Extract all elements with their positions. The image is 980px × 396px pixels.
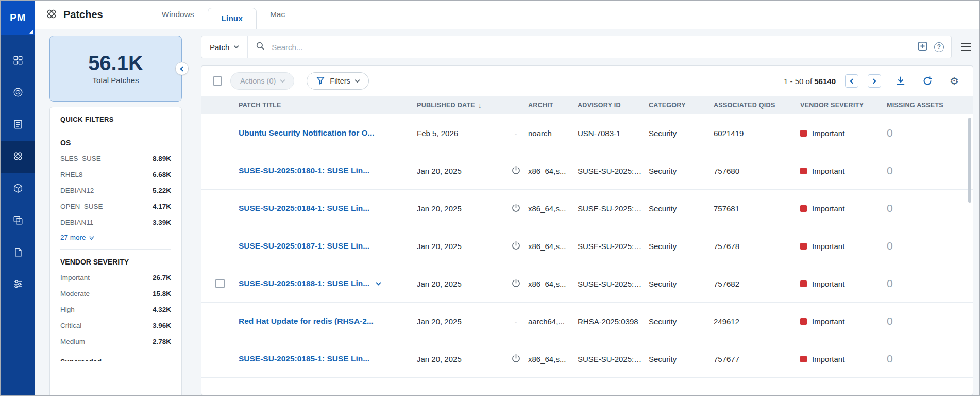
patch-title-link[interactable]: SUSE-SU-2025:0184-1: SUSE Lin... [239, 204, 369, 213]
filter-count: 8.89K [153, 155, 171, 162]
collapse-panel-button[interactable] [175, 62, 189, 75]
column-category[interactable]: CATEGORY [649, 102, 714, 109]
sidebar-item-configuration[interactable] [1, 269, 35, 301]
patch-title-link[interactable]: SUSE-SU-2025:0187-1: SUSE Lin... [239, 241, 369, 251]
quick-filter-item[interactable]: Critical 3.96K [60, 318, 171, 334]
search-input[interactable] [271, 42, 918, 52]
filter-label: DEBIAN12 [60, 187, 94, 194]
sidebar-item-assets[interactable] [1, 173, 35, 205]
quick-filter-item[interactable]: OPEN_SUSE 4.17K [60, 199, 171, 214]
quick-filters-panel: QUICK FILTERS OS SLES_SUSE 8.89K RHEL8 6… [49, 107, 182, 395]
sidebar-item-documents[interactable] [1, 237, 35, 269]
tab-linux[interactable]: Linux [208, 8, 257, 29]
quick-filter-item[interactable]: DEBIAN12 5.22K [60, 183, 171, 199]
sidebar-item-dashboard[interactable] [1, 45, 35, 77]
column-architecture[interactable]: ARCHIT [528, 102, 578, 109]
filters-button[interactable]: Filters [307, 72, 368, 90]
download-button[interactable] [893, 74, 908, 88]
column-published-date[interactable]: PUBLISHED DATE ↓ [417, 102, 503, 109]
sidebar-item-patches[interactable] [1, 141, 35, 173]
patch-title-link[interactable]: Red Hat Update for redis (RHSA-2... [239, 317, 374, 326]
published-date-cell: Jan 20, 2025 [417, 355, 503, 364]
actions-label: Actions (0) [240, 77, 276, 85]
sidebar-item-catalog[interactable] [1, 205, 35, 237]
quick-filter-item[interactable]: Moderate 15.8K [60, 286, 171, 302]
reboot-required-icon [512, 166, 520, 176]
table-row[interactable]: Red Hat Update for redis (RHSA-2... Jan … [201, 303, 973, 340]
filter-label: DEBIAN11 [60, 219, 93, 226]
patch-title-link[interactable]: SUSE-SU-2025:0188-1: SUSE Lin... [239, 279, 369, 288]
reboot-required-icon [512, 354, 520, 364]
table-toolbar: Actions (0) Filters 1 - 50 of 56140 [201, 66, 973, 96]
tab-mac[interactable]: Mac [257, 0, 298, 29]
page-title: Patches [63, 9, 103, 21]
severity-color-square [800, 130, 807, 137]
quick-filter-item[interactable]: SLES_SUSE 8.89K [60, 151, 171, 167]
table-row[interactable]: SUSE-SU-2025:0180-1: SUSE Lin... Jan 20,… [201, 152, 973, 190]
quick-filter-item[interactable]: High 4.32K [60, 302, 171, 318]
help-icon[interactable]: ? [934, 42, 944, 52]
app-sidebar: PM [1, 1, 35, 395]
severity-color-square [800, 280, 807, 287]
quick-filter-item[interactable]: RHEL8 6.68K [60, 167, 171, 183]
monitor-icon [12, 87, 24, 100]
architecture-cell: x86_64,s... [528, 279, 578, 288]
category-cell: Security [649, 317, 714, 326]
category-cell: Security [649, 279, 714, 288]
os-more-link[interactable]: 27 more [60, 234, 171, 241]
column-missing-assets[interactable]: MISSING ASSETS [887, 102, 973, 109]
patch-title-link[interactable]: Ubuntu Security Notification for O... [239, 128, 375, 138]
published-date-cell: Feb 5, 2026 [417, 129, 503, 138]
column-vendor-severity[interactable]: VENDOR SEVERITY [800, 102, 887, 109]
sidebar-item-monitor[interactable] [1, 77, 35, 109]
table-row[interactable]: SUSE-SU-2025:0187-1: SUSE Lin... Jan 20,… [201, 227, 973, 265]
quick-filters-title: QUICK FILTERS [60, 116, 171, 130]
search-icon [256, 41, 265, 53]
quick-filter-item[interactable]: Medium 2.78K [60, 334, 171, 350]
architecture-cell: x86_64,s... [528, 167, 578, 175]
total-patches-label: Total Patches [92, 76, 139, 85]
add-query-icon[interactable] [918, 41, 927, 53]
total-patches-card[interactable]: 56.1K Total Patches [49, 36, 182, 102]
quick-filter-item[interactable]: Important 26.7K [60, 270, 171, 286]
row-checkbox[interactable] [215, 279, 225, 288]
select-all-checkbox[interactable] [213, 76, 222, 86]
search-scope-dropdown[interactable]: Patch [201, 36, 248, 58]
actions-button[interactable]: Actions (0) [230, 72, 294, 90]
reboot-required-icon [512, 241, 520, 251]
associated-qids-cell: 757677 [714, 355, 800, 364]
published-date-cell: Jan 20, 2025 [417, 317, 503, 326]
associated-qids-cell: 757682 [714, 279, 800, 288]
vertical-scrollbar-thumb[interactable] [968, 118, 971, 203]
quick-filter-section-clipped: Superseded [60, 350, 171, 361]
column-associated-qids[interactable]: ASSOCIATED QIDS [714, 102, 800, 109]
table-row[interactable]: SUSE-SU-2025:0188-1: SUSE Lin... Jan 20,… [201, 265, 973, 303]
quick-filter-item[interactable]: DEBIAN11 3.39K [60, 214, 171, 230]
refresh-button[interactable] [920, 74, 935, 88]
next-page-button[interactable] [868, 74, 881, 88]
patch-title-link[interactable]: SUSE-SU-2025:0180-1: SUSE Lin... [239, 166, 369, 175]
column-advisory-id[interactable]: ADVISORY ID [578, 102, 649, 109]
menu-hamburger-icon[interactable] [961, 43, 971, 51]
column-patch-title[interactable]: PATCH TITLE [239, 102, 417, 109]
chevron-down-icon [280, 78, 285, 83]
table-row[interactable]: SUSE-SU-2025:0185-1: SUSE Lin... Jan 20,… [201, 340, 973, 378]
missing-assets-count: 0 [887, 202, 973, 214]
download-icon [895, 76, 906, 86]
table-row[interactable]: SUSE-SU-2025:0184-1: SUSE Lin... Jan 20,… [201, 190, 973, 227]
category-cell: Security [649, 204, 714, 213]
sidebar-item-reports[interactable] [1, 109, 35, 141]
search-bar-icons: ? [918, 41, 951, 53]
published-date-cell: Jan 20, 2025 [417, 204, 503, 213]
settings-button[interactable]: ⚙ [947, 74, 961, 88]
prev-page-button[interactable] [845, 74, 858, 88]
filters-label: Filters [330, 77, 350, 85]
filter-funnel-icon [316, 76, 325, 86]
table-row[interactable]: Ubuntu Security Notification for O... Fe… [201, 114, 973, 152]
row-expand-chevron-icon[interactable] [375, 280, 382, 287]
advisory-id-cell: SUSE-SU-2025:01... [578, 279, 649, 288]
app-logo[interactable]: PM [1, 1, 35, 35]
tab-windows[interactable]: Windows [148, 0, 208, 29]
reboot-none-dash: - [515, 129, 517, 138]
patch-title-link[interactable]: SUSE-SU-2025:0185-1: SUSE Lin... [239, 354, 369, 364]
